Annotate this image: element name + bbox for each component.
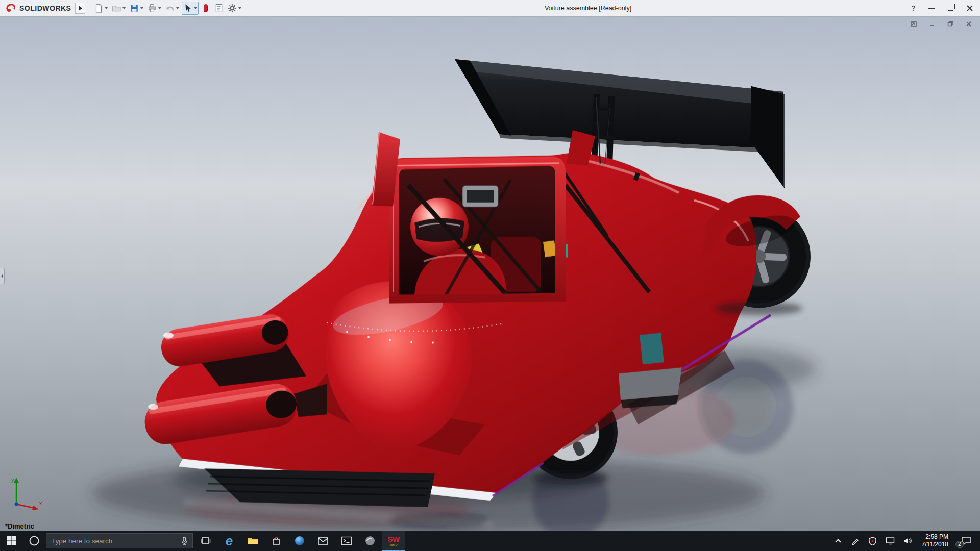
rebuild-icon (201, 4, 210, 13)
tray-volume[interactable] (902, 534, 913, 548)
terminal-icon (341, 536, 352, 545)
solidworks-window: SOLIDWORKS (0, 0, 980, 551)
windows-logo-icon (7, 536, 17, 546)
print-icon (148, 4, 157, 13)
solidworks-taskbar-button[interactable]: SW 2017 (382, 531, 405, 551)
select-cursor-icon (183, 4, 192, 13)
action-center-button[interactable]: 2 (958, 531, 975, 551)
taskbar-clock[interactable]: 2:58 PM 7/11/2018 (920, 533, 951, 548)
graphics-viewport[interactable]: y x *Dimetric (0, 16, 980, 531)
dropdown-caret-icon (194, 7, 197, 9)
new-document-icon (94, 4, 103, 13)
blue-sphere-icon (294, 535, 305, 546)
task-view-button[interactable] (194, 531, 217, 551)
store-bag-icon (271, 536, 281, 546)
window-controls: ? (911, 5, 980, 12)
display-icon (886, 537, 895, 545)
microphone-icon[interactable] (180, 536, 188, 545)
solidworks-logo: SOLIDWORKS (0, 3, 75, 14)
tray-pen[interactable] (850, 534, 861, 548)
undo-button[interactable] (164, 2, 181, 15)
tray-chevron-up[interactable] (833, 534, 843, 548)
gray-circle-app-button[interactable] (358, 531, 382, 551)
orientation-triad: y x (7, 474, 44, 512)
expand-arrow-icon (79, 6, 82, 11)
solidworks-app-icon: SW 2017 (387, 535, 399, 547)
search-input[interactable] (51, 537, 180, 545)
options-button[interactable] (226, 2, 243, 15)
tray-defender[interactable] (868, 534, 878, 548)
dropdown-caret-icon (105, 7, 108, 9)
triad-y-label: y (11, 477, 14, 483)
doc-restore-button[interactable] (945, 20, 955, 28)
doc-minimize-button[interactable] (927, 20, 937, 28)
mail-envelope-icon (317, 537, 329, 545)
select-tool-button[interactable] (182, 2, 199, 15)
minimize-button[interactable] (928, 8, 935, 9)
windows-taskbar: e (0, 531, 980, 551)
mail-button[interactable] (311, 531, 335, 551)
clock-date: 7/11/2018 (922, 541, 949, 548)
maximize-button[interactable] (948, 6, 953, 11)
terminal-button[interactable] (335, 531, 358, 551)
cortana-circle-icon (29, 535, 40, 546)
save-icon (130, 4, 139, 13)
chevron-up-icon (835, 539, 841, 544)
save-button[interactable] (128, 2, 145, 15)
taskbar-search[interactable] (46, 533, 193, 548)
menu-expand-button[interactable] (75, 3, 85, 14)
options-gear-icon (228, 4, 237, 13)
shield-icon (869, 537, 876, 545)
quick-toolbar (92, 2, 243, 15)
view-orientation-label: *Dimetric (5, 522, 34, 530)
gray-circle-app-icon (364, 535, 376, 546)
panel-expand-arrow-icon (1, 274, 3, 278)
file-properties-button[interactable] (213, 2, 225, 15)
volume-icon (903, 537, 912, 545)
open-folder-icon (112, 4, 121, 13)
edge-button[interactable]: e (217, 531, 241, 551)
taskbar-left: e (0, 531, 405, 551)
clock-time: 2:58 PM (925, 533, 948, 541)
rebuild-button[interactable] (200, 2, 212, 15)
mirror-box (462, 186, 498, 207)
cortana-button[interactable] (23, 531, 45, 551)
browser-sphere-button[interactable] (288, 531, 311, 551)
window-title: Voiture assemblee [Read-only] (545, 0, 631, 16)
undo-icon (165, 4, 175, 13)
file-explorer-button[interactable] (241, 531, 264, 551)
dropdown-caret-icon (140, 7, 143, 9)
feature-panel-collapsed-tab[interactable] (0, 268, 5, 284)
triad-x-label: x (39, 500, 42, 506)
logo-text: SOLIDWORKS (19, 4, 71, 12)
notification-badge: 2 (955, 541, 964, 548)
dropdown-caret-icon (176, 7, 179, 9)
dropdown-caret-icon (238, 7, 241, 9)
open-button[interactable] (110, 2, 127, 15)
doc-float-button[interactable] (909, 20, 919, 28)
edge-icon: e (226, 534, 233, 547)
close-button[interactable] (967, 5, 973, 11)
print-button[interactable] (146, 2, 163, 15)
dropdown-caret-icon (122, 7, 126, 9)
folder-icon (247, 536, 259, 546)
help-button[interactable]: ? (911, 5, 915, 12)
system-tray: 2:58 PM 7/11/2018 2 (833, 531, 980, 551)
title-bar: SOLIDWORKS (0, 0, 980, 16)
dropdown-caret-icon (158, 7, 161, 9)
task-view-icon (200, 536, 211, 546)
pen-icon (851, 537, 860, 545)
store-button[interactable] (264, 531, 288, 551)
tray-display[interactable] (885, 534, 895, 548)
viewport-3d-canvas (0, 17, 980, 531)
file-properties-icon (214, 4, 224, 13)
doc-close-button[interactable] (964, 20, 974, 28)
dassault-logo-icon (5, 3, 16, 14)
document-window-controls (909, 20, 974, 28)
start-button[interactable] (0, 531, 23, 551)
new-document-button[interactable] (92, 2, 109, 15)
